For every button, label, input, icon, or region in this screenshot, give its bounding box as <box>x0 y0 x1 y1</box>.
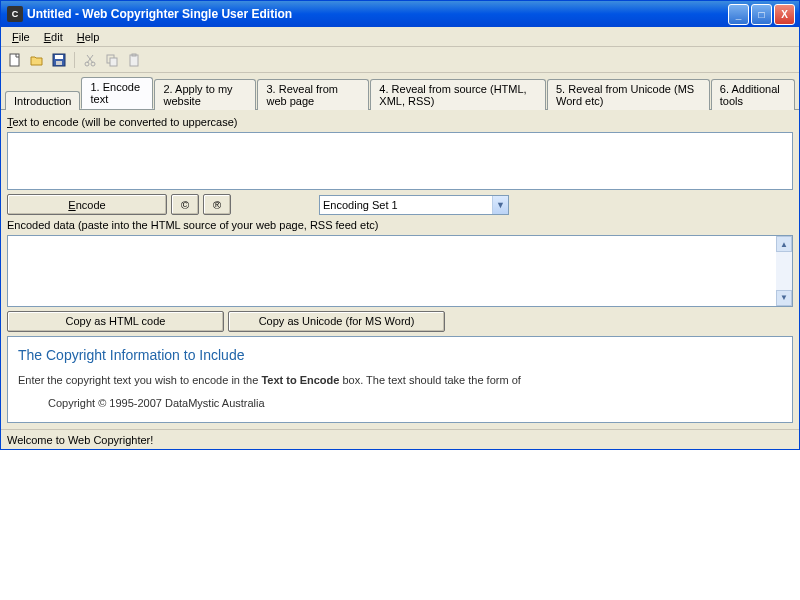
encoded-data-output-wrap: ▲ ▼ <box>7 235 793 307</box>
new-icon[interactable] <box>5 50 25 70</box>
menu-file-rest: ile <box>19 31 30 43</box>
scrollbar[interactable]: ▲ ▼ <box>776 236 792 306</box>
svg-rect-11 <box>132 54 136 56</box>
titlebar: C Untitled - Web Copyrighter Single User… <box>1 1 799 27</box>
info-paragraph-1: Enter the copyright text you wish to enc… <box>18 374 782 386</box>
encoding-set-select[interactable]: Encoding Set 1 ▼ <box>319 195 509 215</box>
tabbar: Introduction 1. Encode text 2. Apply to … <box>1 73 799 109</box>
open-icon[interactable] <box>27 50 47 70</box>
copy-icon <box>102 50 122 70</box>
chevron-down-icon: ▼ <box>492 196 508 214</box>
svg-rect-3 <box>56 61 62 65</box>
registered-symbol-button[interactable]: ® <box>203 194 231 215</box>
cut-icon <box>80 50 100 70</box>
app-window: C Untitled - Web Copyrighter Single User… <box>0 0 800 450</box>
toolbar-separator <box>74 52 75 68</box>
menu-file[interactable]: File <box>5 29 37 45</box>
text-to-encode-input[interactable] <box>7 132 793 190</box>
menubar: File Edit Help <box>1 27 799 47</box>
copyright-symbol-button[interactable]: © <box>171 194 199 215</box>
copy-as-html-button[interactable]: Copy as HTML code <box>7 311 224 332</box>
tab-reveal-source[interactable]: 4. Reveal from source (HTML, XML, RSS) <box>370 79 546 110</box>
tab-encode-text[interactable]: 1. Encode text <box>81 77 153 109</box>
save-icon[interactable] <box>49 50 69 70</box>
encode-button[interactable]: Encode <box>7 194 167 215</box>
svg-rect-9 <box>110 58 117 66</box>
info-pane[interactable]: The Copyright Information to Include Ent… <box>7 336 793 424</box>
menu-edit[interactable]: Edit <box>37 29 70 45</box>
menu-help[interactable]: Help <box>70 29 107 45</box>
scroll-down-icon[interactable]: ▼ <box>776 290 792 306</box>
encoding-set-value: Encoding Set 1 <box>323 199 398 211</box>
status-text: Welcome to Web Copyrighter! <box>7 434 153 446</box>
maximize-button[interactable]: □ <box>751 4 772 25</box>
text-to-encode-label: Text to encode (will be converted to upp… <box>7 116 793 128</box>
info-example: Copyright © 1995-2007 DataMystic Austral… <box>48 397 782 409</box>
close-button[interactable]: X <box>774 4 795 25</box>
tab-introduction[interactable]: Introduction <box>5 91 80 110</box>
tab-additional-tools[interactable]: 6. Additional tools <box>711 79 795 110</box>
copy-as-unicode-button[interactable]: Copy as Unicode (for MS Word) <box>228 311 445 332</box>
svg-rect-2 <box>55 55 63 59</box>
statusbar: Welcome to Web Copyrighter! <box>1 429 799 449</box>
encoded-data-label: Encoded data (paste into the HTML source… <box>7 219 793 231</box>
info-heading: The Copyright Information to Include <box>18 347 782 363</box>
tab-reveal-web-page[interactable]: 3. Reveal from web page <box>257 79 369 110</box>
tab-reveal-unicode[interactable]: 5. Reveal from Unicode (MS Word etc) <box>547 79 710 110</box>
encoded-data-output[interactable] <box>8 236 776 306</box>
tab-content: Text to encode (will be converted to upp… <box>1 109 799 429</box>
window-title: Untitled - Web Copyrighter Single User E… <box>27 7 292 21</box>
info-paragraph-2: giving the first year of publication, an… <box>18 420 782 424</box>
scroll-up-icon[interactable]: ▲ <box>776 236 792 252</box>
app-icon: C <box>7 6 23 22</box>
paste-icon <box>124 50 144 70</box>
toolbar <box>1 47 799 73</box>
svg-rect-0 <box>10 54 19 66</box>
tab-apply-website[interactable]: 2. Apply to my website <box>154 79 256 110</box>
minimize-button[interactable]: _ <box>728 4 749 25</box>
svg-rect-10 <box>130 55 138 66</box>
